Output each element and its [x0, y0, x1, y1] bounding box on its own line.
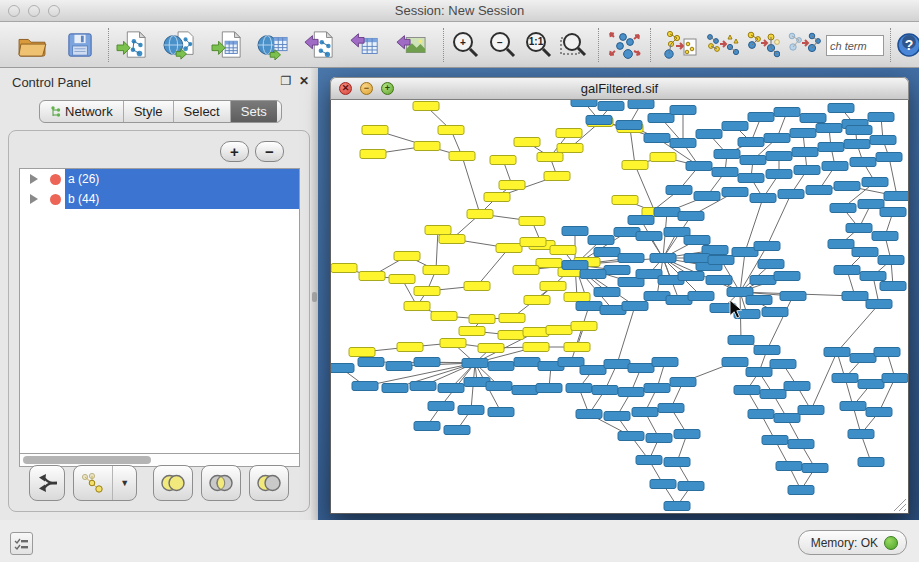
- close-panel-icon[interactable]: ✕: [296, 74, 312, 88]
- graph-node-blue[interactable]: [746, 368, 772, 377]
- graph-node-blue[interactable]: [834, 182, 860, 191]
- graph-node-yellow[interactable]: [413, 102, 439, 111]
- graph-node-blue[interactable]: [738, 174, 764, 183]
- graph-node-blue[interactable]: [628, 216, 654, 225]
- tab-select[interactable]: Select: [174, 101, 231, 122]
- graph-node-blue[interactable]: [858, 458, 884, 467]
- graph-node-blue[interactable]: [712, 168, 738, 177]
- set-union-button[interactable]: [153, 465, 193, 501]
- zoom-out-button[interactable]: −: [485, 27, 521, 63]
- tab-network[interactable]: Network: [40, 101, 124, 122]
- graph-node-blue[interactable]: [878, 256, 904, 265]
- graph-node-blue[interactable]: [774, 272, 800, 281]
- graph-node-blue[interactable]: [664, 458, 690, 467]
- graph-node-yellow[interactable]: [469, 315, 495, 324]
- graph-node-yellow[interactable]: [556, 129, 582, 138]
- graph-node-blue[interactable]: [686, 162, 712, 171]
- graph-node-blue[interactable]: [748, 113, 774, 122]
- graph-node-blue[interactable]: [738, 138, 764, 147]
- set-intersection-button[interactable]: [201, 465, 241, 501]
- graph-node-yellow[interactable]: [394, 252, 420, 261]
- graph-node-yellow[interactable]: [484, 193, 510, 202]
- graph-node-blue[interactable]: [628, 100, 654, 109]
- graph-node-yellow[interactable]: [523, 343, 549, 352]
- graph-node-yellow[interactable]: [425, 226, 451, 235]
- expand-triangle-icon[interactable]: [30, 174, 38, 184]
- graph-node-blue[interactable]: [800, 114, 826, 123]
- graph-node-yellow[interactable]: [389, 275, 415, 284]
- graph-node-blue[interactable]: [678, 212, 704, 221]
- tab-sets[interactable]: Sets: [231, 101, 277, 122]
- split-set-button[interactable]: [29, 465, 65, 501]
- graph-node-yellow[interactable]: [612, 196, 638, 205]
- float-panel-icon[interactable]: ❐: [278, 74, 294, 88]
- graph-node-blue[interactable]: [644, 384, 670, 393]
- graph-node-blue[interactable]: [604, 360, 630, 369]
- graph-node-yellow[interactable]: [544, 172, 570, 181]
- graph-node-blue[interactable]: [386, 362, 412, 371]
- help-button[interactable]: ?: [891, 27, 919, 63]
- graph-node-blue[interactable]: [780, 292, 806, 301]
- graph-node-blue[interactable]: [784, 382, 810, 391]
- panel-splitter[interactable]: [311, 68, 318, 520]
- task-history-button[interactable]: [10, 532, 33, 555]
- graph-node-yellow[interactable]: [414, 287, 440, 296]
- graph-node-blue[interactable]: [842, 292, 868, 301]
- graph-node-yellow[interactable]: [499, 314, 525, 323]
- graph-node-blue[interactable]: [580, 366, 606, 375]
- graph-node-yellow[interactable]: [397, 343, 423, 352]
- graph-node-blue[interactable]: [762, 436, 788, 445]
- graph-node-blue[interactable]: [852, 248, 878, 257]
- zoom-actual-size-button[interactable]: 1:1: [521, 27, 557, 63]
- set-list-item[interactable]: b (44): [20, 189, 299, 209]
- graph-node-yellow[interactable]: [536, 259, 562, 268]
- graph-node-blue[interactable]: [688, 292, 714, 301]
- network-window-titlebar[interactable]: ✕ − + galFiltered.sif: [330, 77, 909, 100]
- graph-node-blue[interactable]: [722, 122, 748, 131]
- graph-node-blue[interactable]: [654, 208, 680, 217]
- graph-node-blue[interactable]: [714, 150, 740, 159]
- graph-node-yellow[interactable]: [514, 138, 540, 147]
- graph-node-blue[interactable]: [874, 348, 900, 357]
- graph-node-blue[interactable]: [750, 276, 776, 285]
- graph-node-blue[interactable]: [832, 374, 858, 383]
- graph-node-blue[interactable]: [444, 426, 470, 435]
- graph-node-blue[interactable]: [622, 302, 648, 311]
- graph-node-yellow[interactable]: [537, 153, 563, 162]
- graph-node-blue[interactable]: [594, 288, 620, 297]
- graph-node-blue[interactable]: [628, 364, 654, 373]
- network-canvas[interactable]: [330, 100, 909, 514]
- create-set-from-network-button[interactable]: ▼: [73, 465, 137, 501]
- graph-node-blue[interactable]: [850, 354, 876, 363]
- set-label-wrap[interactable]: b (44): [65, 189, 299, 209]
- graph-node-blue[interactable]: [594, 248, 620, 257]
- graph-node-blue[interactable]: [618, 254, 644, 263]
- graph-node-blue[interactable]: [862, 178, 888, 187]
- graph-node-blue[interactable]: [860, 272, 886, 281]
- graph-node-blue[interactable]: [576, 302, 602, 311]
- graph-node-yellow[interactable]: [449, 152, 475, 161]
- graph-node-blue[interactable]: [558, 358, 584, 367]
- graph-node-blue[interactable]: [870, 136, 896, 145]
- graph-node-yellow[interactable]: [478, 344, 504, 353]
- graph-node-blue[interactable]: [816, 124, 842, 133]
- graph-node-blue[interactable]: [798, 406, 824, 415]
- graph-node-yellow[interactable]: [464, 282, 490, 291]
- graph-node-yellow[interactable]: [404, 302, 430, 311]
- graph-node-blue[interactable]: [650, 254, 676, 263]
- graph-node-yellow[interactable]: [423, 266, 449, 275]
- export-selected-network-button[interactable]: [662, 27, 698, 63]
- graph-node-yellow[interactable]: [550, 246, 576, 255]
- import-table-file-button[interactable]: [209, 27, 245, 63]
- graph-node-blue[interactable]: [576, 410, 602, 419]
- graph-node-blue[interactable]: [848, 430, 874, 439]
- export-table-button[interactable]: [347, 27, 383, 63]
- graph-node-yellow[interactable]: [564, 343, 590, 352]
- graph-node-yellow[interactable]: [496, 244, 522, 253]
- graph-node-blue[interactable]: [866, 408, 892, 417]
- graph-node-yellow[interactable]: [519, 217, 545, 226]
- graph-node-blue[interactable]: [646, 434, 672, 443]
- graph-node-blue[interactable]: [722, 188, 748, 197]
- export-image-button[interactable]: [393, 27, 429, 63]
- merge-networks-difference-button[interactable]: [786, 27, 822, 63]
